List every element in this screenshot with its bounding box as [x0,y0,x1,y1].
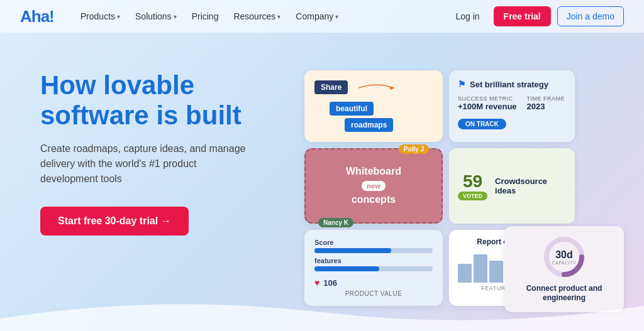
whiteboard-new-badge: new [362,181,385,191]
features-label: features [314,257,433,264]
chart-bar [458,264,472,283]
capacity-number: 30d [552,249,577,260]
score-value: 106 [323,278,337,288]
strategy-panel: ⚑ Set brilliant strategy SUCCESS METRIC … [449,70,575,142]
hero-subtitle: Create roadmaps, capture ideas, and mana… [40,141,254,187]
chevron-down-icon: ▾ [117,13,120,20]
nav-item-solutions[interactable]: Solutions ▾ [129,8,183,25]
nav-actions: Log in Free trial Join a demo [448,6,624,26]
logo[interactable]: Aha! [20,7,54,26]
heart-icon: ♥ [314,278,319,288]
score-heart: ♥ 106 [314,278,433,288]
chart-bar [474,254,487,283]
navbar: Aha! Products ▾ Solutions ▾ Pricing Reso… [0,0,644,33]
nav-item-pricing[interactable]: Pricing [186,8,225,25]
svg-marker-0 [390,86,395,90]
roadmap-share-label: Share [314,80,348,94]
chevron-down-icon: ▾ [174,13,177,20]
free-trial-button[interactable]: Free trial [494,6,551,26]
roadmap-content: Share beautiful roadmaps [314,80,433,132]
join-demo-button[interactable]: Join a demo [557,6,624,26]
score-row: Score [314,239,433,253]
start-trial-button[interactable]: Start free 30-day trial → [40,207,189,236]
whiteboard-title: Whiteboard [346,165,401,178]
nav-links: Products ▾ Solutions ▾ Pricing Resources… [74,8,448,25]
login-button[interactable]: Log in [448,8,487,25]
features-bar-bg [314,266,433,271]
strategy-metrics: SUCCESS METRIC +100M revenue TIME FRAME … [458,95,566,111]
features-row: features [314,257,433,271]
score-label: Score [314,239,433,246]
roadmap-roadmaps-label: roadmaps [345,118,393,132]
score-bar-fill [314,248,391,253]
roadmap-beautiful-label: beautiful [330,102,374,116]
capacity-label: CAPACITY [552,260,577,264]
whiteboard-concepts: concepts [352,193,396,207]
features-bar-fill [314,266,379,271]
nav-item-company[interactable]: Company ▾ [289,8,345,25]
nancy-badge: Nancy K [318,218,353,227]
polly-badge: Polly J [399,144,429,154]
hero-section: How lovable software is built Create roa… [40,58,279,306]
time-frame-metric: TIME FRAME 2023 [527,95,565,111]
main-content: How lovable software is built Create roa… [0,33,644,306]
chart-bar [489,261,503,283]
voted-label: VOTED [458,192,487,200]
hero-title: How lovable software is built [40,70,279,131]
strategy-title: ⚑ Set brilliant strategy [458,79,566,89]
nav-item-products[interactable]: Products ▾ [74,8,126,25]
voted-number: 59 [463,171,482,192]
nav-item-resources[interactable]: Resources ▾ [227,8,287,25]
wave-decoration [0,293,644,331]
roadmap-panel: Share beautiful roadmaps [304,70,443,142]
crowdsource-panel: 59 VOTED Crowdsource ideas [449,148,575,224]
score-bar-bg [314,248,433,253]
on-track-badge: ON TRACK [458,119,506,129]
chevron-down-icon: ▾ [277,13,280,20]
voted-block: 59 VOTED [458,171,487,200]
success-metric: SUCCESS METRIC +100M revenue [458,95,517,111]
crowdsource-title: Crowdsource ideas [495,176,566,195]
flag-icon: ⚑ [458,79,466,89]
whiteboard-panel: Polly J Whiteboard new concepts Nancy K [304,148,443,224]
chevron-down-icon: ▾ [335,13,338,20]
roadmap-arrow-icon [358,82,396,94]
